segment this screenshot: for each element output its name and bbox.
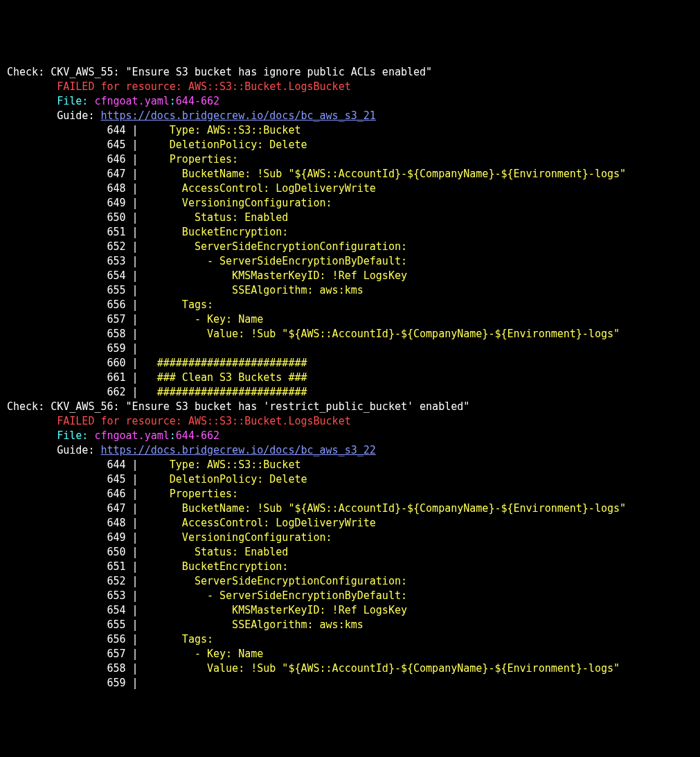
- code-pipe: |: [126, 255, 145, 267]
- code-text: DeletionPolicy: Delete: [145, 139, 307, 151]
- code-text: ########################: [145, 386, 307, 398]
- check-guide: Guide: https://docs.bridgecrew.io/docs/b…: [7, 443, 700, 458]
- code-line: 656 | Tags:: [7, 298, 700, 312]
- code-line: 647 | BucketName: !Sub "${AWS::AccountId…: [7, 501, 700, 516]
- code-pipe: |: [126, 139, 145, 151]
- code-text: ########################: [145, 357, 307, 369]
- code-text: VersioningConfiguration:: [145, 197, 332, 209]
- code-lineno: 645: [107, 139, 126, 151]
- code-text: - ServerSideEncryptionByDefault:: [145, 589, 407, 602]
- code-lineno: 647: [107, 502, 126, 515]
- code-pipe: |: [126, 546, 145, 558]
- code-pipe: |: [126, 662, 145, 675]
- code-indent: [7, 648, 107, 660]
- terminal-output: Check: CKV_AWS_55: "Ensure S3 bucket has…: [7, 65, 700, 691]
- code-pipe: |: [126, 517, 145, 529]
- code-indent: [7, 604, 107, 616]
- code-pipe: |: [126, 168, 145, 180]
- code-text: VersioningConfiguration:: [145, 531, 332, 544]
- code-line: 649 | VersioningConfiguration:: [7, 531, 700, 545]
- code-indent: [7, 168, 107, 180]
- code-pipe: |: [126, 386, 145, 398]
- check-failed: FAILED for resource: AWS::S3::Bucket.Log…: [7, 414, 700, 429]
- code-text: ### Clean S3 Buckets ###: [145, 371, 307, 384]
- code-pipe: |: [126, 299, 145, 311]
- code-line: 646 | Properties:: [7, 152, 700, 167]
- code-text: ServerSideEncryptionConfiguration:: [145, 240, 407, 253]
- code-lineno: 644: [107, 124, 126, 136]
- file-sep: :: [170, 95, 176, 107]
- code-lineno: 657: [107, 313, 126, 326]
- code-text: - Key: Name: [145, 648, 264, 660]
- code-line: 645 | DeletionPolicy: Delete: [7, 138, 700, 152]
- code-pipe: |: [126, 124, 145, 136]
- code-text: DeletionPolicy: Delete: [145, 473, 307, 486]
- code-text: BucketName: !Sub "${AWS::AccountId}-${Co…: [145, 502, 626, 515]
- code-line: 653 | - ServerSideEncryptionByDefault:: [7, 589, 700, 603]
- code-indent: [7, 342, 107, 355]
- code-text: - ServerSideEncryptionByDefault:: [145, 255, 407, 267]
- code-lineno: 651: [107, 226, 126, 238]
- code-indent: [7, 139, 107, 151]
- guide-link[interactable]: https://docs.bridgecrew.io/docs/bc_aws_s…: [100, 444, 375, 456]
- code-text: Properties:: [145, 488, 238, 500]
- code-pipe: |: [126, 560, 145, 573]
- check-file: File: cfngoat.yaml:644-662: [7, 94, 700, 109]
- code-indent: [7, 386, 107, 398]
- code-line: 645 | DeletionPolicy: Delete: [7, 472, 700, 487]
- code-lineno: 646: [107, 488, 126, 500]
- code-text: BucketEncryption:: [145, 226, 289, 238]
- code-indent: [7, 328, 107, 340]
- guide-label: Guide:: [7, 444, 100, 456]
- code-pipe: |: [126, 589, 145, 602]
- check-guide: Guide: https://docs.bridgecrew.io/docs/b…: [7, 109, 700, 123]
- code-pipe: |: [126, 473, 145, 486]
- check-file: File: cfngoat.yaml:644-662: [7, 429, 700, 443]
- code-indent: [7, 560, 107, 573]
- file-path: cfngoat.yaml: [94, 95, 169, 107]
- guide-link[interactable]: https://docs.bridgecrew.io/docs/bc_aws_s…: [100, 109, 375, 122]
- code-lineno: 659: [107, 677, 126, 689]
- code-text: BucketName: !Sub "${AWS::AccountId}-${Co…: [145, 168, 626, 180]
- code-pipe: |: [126, 269, 145, 282]
- code-pipe: |: [126, 648, 145, 660]
- code-line: 659 |: [7, 676, 700, 691]
- code-indent: [7, 269, 107, 282]
- code-lineno: 658: [107, 328, 126, 340]
- code-lineno: 649: [107, 197, 126, 209]
- code-line: 660 | ########################: [7, 356, 700, 371]
- code-indent: [7, 226, 107, 238]
- code-line: 648 | AccessControl: LogDeliveryWrite: [7, 516, 700, 531]
- code-indent: [7, 589, 107, 602]
- code-text: Status: Enabled: [145, 211, 289, 224]
- code-indent: [7, 240, 107, 253]
- code-lineno: 651: [107, 560, 126, 573]
- code-pipe: |: [126, 342, 145, 355]
- code-line: 644 | Type: AWS::S3::Bucket: [7, 123, 700, 138]
- file-range: 644-662: [176, 95, 219, 107]
- code-lineno: 653: [107, 255, 126, 267]
- code-text: Value: !Sub "${AWS::AccountId}-${Company…: [145, 328, 620, 340]
- code-line: 648 | AccessControl: LogDeliveryWrite: [7, 181, 700, 196]
- file-path: cfngoat.yaml: [94, 429, 169, 442]
- code-indent: [7, 677, 107, 689]
- check-sep: :: [114, 66, 126, 78]
- code-line: 650 | Status: Enabled: [7, 545, 700, 560]
- code-indent: [7, 502, 107, 515]
- code-line: 654 | KMSMasterKeyID: !Ref LogsKey: [7, 603, 700, 618]
- code-line: 654 | KMSMasterKeyID: !Ref LogsKey: [7, 269, 700, 283]
- code-text: Type: AWS::S3::Bucket: [145, 458, 301, 471]
- code-indent: [7, 284, 107, 296]
- code-indent: [7, 124, 107, 136]
- code-line: 657 | - Key: Name: [7, 647, 700, 661]
- file-label: File:: [7, 429, 94, 442]
- code-lineno: 659: [107, 342, 126, 355]
- code-line: 649 | VersioningConfiguration:: [7, 196, 700, 211]
- code-text: AccessControl: LogDeliveryWrite: [145, 517, 376, 529]
- code-indent: [7, 473, 107, 486]
- code-lineno: 654: [107, 269, 126, 282]
- code-lineno: 648: [107, 182, 126, 195]
- code-text: Type: AWS::S3::Bucket: [145, 124, 301, 136]
- code-indent: [7, 488, 107, 500]
- code-pipe: |: [126, 182, 145, 195]
